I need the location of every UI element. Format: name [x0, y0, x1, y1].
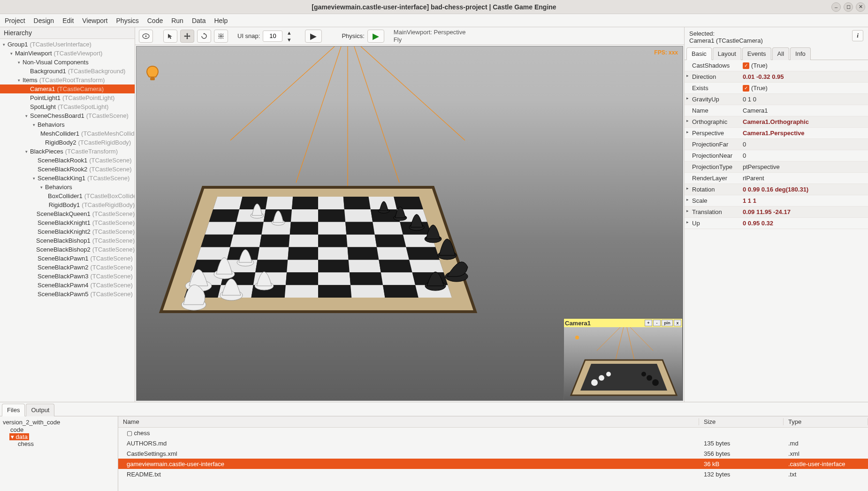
- hierarchy-item-sceneblackpawn1[interactable]: SceneBlackPawn1 (TCastleScene): [0, 254, 135, 263]
- svg-line-91: [627, 327, 634, 360]
- hierarchy-item-sceneblackbishop2[interactable]: SceneBlackBishop2 (TCastleScene): [0, 245, 135, 254]
- minimize-icon[interactable]: –: [831, 2, 841, 12]
- hierarchy-item-sceneblackknight2[interactable]: SceneBlackKnight2 (TCastleScene): [0, 227, 135, 236]
- preview-x-button[interactable]: x: [674, 320, 681, 326]
- hierarchy-item-sceneblackrook1[interactable]: SceneBlackRook1 (TCastleScene): [0, 156, 135, 165]
- close-icon[interactable]: ✕: [856, 2, 865, 12]
- hierarchy-item-boxcollider1[interactable]: BoxCollider1 (TCastleBoxCollider): [0, 192, 135, 200]
- menu-data[interactable]: Data: [192, 17, 206, 24]
- hierarchy-item-sceneblackknight1[interactable]: SceneBlackKnight1 (TCastleScene): [0, 218, 135, 227]
- hierarchy-item-items[interactable]: ▾ Items (TCastleRootTransform): [0, 76, 135, 84]
- snap-stepper[interactable]: ▴▾: [285, 30, 293, 43]
- preview---button[interactable]: -: [653, 320, 661, 326]
- property-grid[interactable]: CastShadows✓(True)▸Direction0.01 -0.32 0…: [685, 60, 868, 402]
- hierarchy-item-behaviors[interactable]: ▾ Behaviors: [0, 183, 135, 192]
- select-tool-button[interactable]: [163, 30, 177, 43]
- menu-project[interactable]: Project: [5, 17, 25, 24]
- svg-marker-45: [288, 247, 318, 260]
- file-row-AUTHORS.md[interactable]: AUTHORS.md135 bytes.md: [118, 438, 868, 448]
- rotate-tool-button[interactable]: [197, 30, 211, 43]
- file-list[interactable]: Name Size Type ▢ chessAUTHORS.md135 byte…: [118, 416, 868, 491]
- camera-preview-body[interactable]: [564, 327, 682, 400]
- hierarchy-item-sceneblackpawn5[interactable]: SceneBlackPawn5 (TCastleScene): [0, 290, 135, 299]
- menu-edit[interactable]: Edit: [62, 17, 74, 24]
- menu-code[interactable]: Code: [147, 17, 163, 24]
- inspector-tabs: BasicLayoutEventsAllInfo: [685, 47, 868, 60]
- prop-exists[interactable]: Exists✓(True): [685, 83, 868, 94]
- svg-marker-46: [318, 247, 349, 260]
- bottom-tab-files[interactable]: Files: [2, 404, 25, 416]
- hierarchy-item-sceneblackpawn4[interactable]: SceneBlackPawn4 (TCastleScene): [0, 281, 135, 290]
- preview-pin-button[interactable]: pin: [662, 320, 673, 326]
- preview-+-button[interactable]: +: [645, 320, 652, 326]
- prop-scale[interactable]: ▸Scale1 1 1: [685, 195, 868, 207]
- hierarchy-item-behaviors[interactable]: ▾ Behaviors: [0, 120, 135, 129]
- prop-projectionnear[interactable]: ProjectionNear0: [685, 150, 868, 161]
- hierarchy-item-sceneblackpawn2[interactable]: SceneBlackPawn2 (TCastleScene): [0, 263, 135, 272]
- menu-run[interactable]: Run: [171, 17, 183, 24]
- viewport[interactable]: FPS: xxx: [136, 46, 683, 401]
- prop-projectiontype[interactable]: ProjectionTypeptPerspective: [685, 161, 868, 173]
- file-tree-root[interactable]: version_2_with_code: [2, 418, 116, 426]
- prop-projectionfar[interactable]: ProjectionFar0: [685, 139, 868, 150]
- hierarchy-item-group1[interactable]: ▾ Group1 (TCastleUserInterface): [0, 40, 135, 49]
- hierarchy-item-sceneblackqueen1[interactable]: SceneBlackQueen1 (TCastleScene): [0, 209, 135, 218]
- prop-perspective[interactable]: ▸PerspectiveCamera1.Perspective: [685, 128, 868, 139]
- play-button[interactable]: ▶: [305, 30, 322, 43]
- info-button[interactable]: i: [852, 30, 863, 41]
- prop-orthographic[interactable]: ▸OrthographicCamera1.Orthographic: [685, 116, 868, 128]
- menu-viewport[interactable]: Viewport: [82, 17, 107, 24]
- physics-play-button[interactable]: ▶: [367, 30, 384, 43]
- tab-basic[interactable]: Basic: [686, 47, 712, 60]
- menu-design[interactable]: Design: [34, 17, 54, 24]
- file-row-chess[interactable]: ▢ chess: [118, 428, 868, 438]
- prop-gravityup[interactable]: ▸GravityUp0 1 0: [685, 94, 868, 105]
- file-row-gameviewmain.castle-user-interface[interactable]: gameviewmain.castle-user-interface36 kB.…: [118, 459, 868, 469]
- hierarchy-item-blackpieces[interactable]: ▾ BlackPieces (TCastleTransform): [0, 147, 135, 156]
- prop-renderlayer[interactable]: RenderLayerrlParent: [685, 173, 868, 184]
- prop-rotation[interactable]: ▸Rotation0 0.99 0.16 deg(180.31): [685, 184, 868, 195]
- bottom-tab-output[interactable]: Output: [26, 404, 54, 416]
- hierarchy-item-sceneblackking1[interactable]: ▾ SceneBlackKing1 (TCastleScene): [0, 174, 135, 183]
- prop-name[interactable]: NameCamera1: [685, 105, 868, 116]
- menu-physics[interactable]: Physics: [116, 17, 139, 24]
- tab-all[interactable]: All: [772, 47, 789, 60]
- prop-castshadows[interactable]: CastShadows✓(True): [685, 60, 868, 71]
- move-tool-button[interactable]: [180, 30, 194, 43]
- file-tree-chess[interactable]: chess: [17, 440, 35, 448]
- hierarchy-item-rigidbody2[interactable]: RigidBody2 (TCastleRigidBody): [0, 138, 135, 147]
- hierarchy-tree[interactable]: ▾ Group1 (TCastleUserInterface)▾ MainVie…: [0, 39, 135, 402]
- hierarchy-item-sceneblackbishop1[interactable]: SceneBlackBishop1 (TCastleScene): [0, 236, 135, 245]
- tab-events[interactable]: Events: [742, 47, 771, 60]
- tab-info[interactable]: Info: [790, 47, 811, 60]
- file-row-CastleSettings.xml[interactable]: CastleSettings.xml356 bytes.xml: [118, 448, 868, 459]
- ui-snap-input[interactable]: [263, 31, 282, 42]
- file-row-README.txt[interactable]: README.txt132 bytes.txt: [118, 469, 868, 479]
- hierarchy-item-sceneblackrook2[interactable]: SceneBlackRook2 (TCastleScene): [0, 165, 135, 174]
- maximize-icon[interactable]: ◻: [844, 2, 853, 12]
- hierarchy-item-camera1[interactable]: Camera1 (TCastleCamera): [0, 84, 135, 93]
- hierarchy-item-rigidbody1[interactable]: RigidBody1 (TCastleRigidBody): [0, 200, 135, 209]
- prop-direction[interactable]: ▸Direction0.01 -0.32 0.95: [685, 71, 868, 83]
- svg-marker-52: [255, 260, 288, 272]
- hierarchy-item-scenechessboard1[interactable]: ▾ SceneChessBoard1 (TCastleScene): [0, 111, 135, 120]
- file-tree-data[interactable]: ▾ data: [9, 433, 29, 440]
- hierarchy-item-non-visual components[interactable]: ▾ Non-Visual Components: [0, 58, 135, 67]
- svg-marker-27: [233, 222, 264, 235]
- file-tree[interactable]: version_2_with_code code▾ datachess: [0, 416, 118, 491]
- svg-marker-71: [350, 285, 385, 298]
- viewport-toolbar: UI snap: ▴▾ ▶ Physics: ▶ MainViewport: P…: [135, 27, 684, 45]
- hierarchy-item-spotlight[interactable]: SpotLight (TCastleSpotLight): [0, 102, 135, 111]
- hierarchy-item-mainviewport[interactable]: ▾ MainViewport (TCastleViewport): [0, 49, 135, 58]
- hierarchy-item-sceneblackpawn3[interactable]: SceneBlackPawn3 (TCastleScene): [0, 272, 135, 281]
- scale-tool-button[interactable]: [214, 30, 228, 43]
- prop-up[interactable]: ▸Up0 0.95 0.32: [685, 218, 868, 229]
- tab-layout[interactable]: Layout: [713, 47, 741, 60]
- file-tree-code[interactable]: code: [9, 426, 24, 434]
- hierarchy-item-meshcollider1[interactable]: MeshCollider1 (TCastleMeshCollider): [0, 129, 135, 138]
- prop-translation[interactable]: ▸Translation0.09 11.95 -24.17: [685, 207, 868, 218]
- hierarchy-item-pointlight1[interactable]: PointLight1 (TCastlePointLight): [0, 93, 135, 102]
- menu-help[interactable]: Help: [214, 17, 228, 24]
- hierarchy-item-background1[interactable]: Background1 (TCastleBackground): [0, 67, 135, 76]
- gizmo-toggle-button[interactable]: [139, 30, 153, 43]
